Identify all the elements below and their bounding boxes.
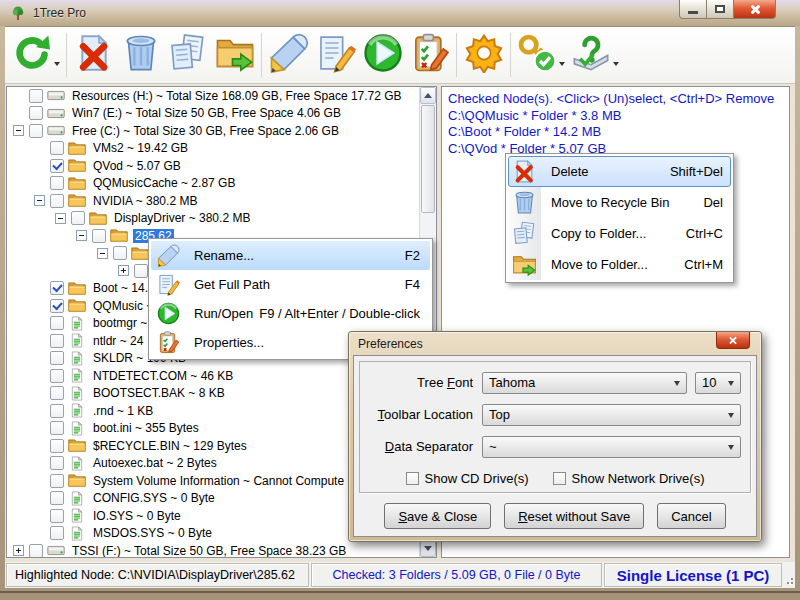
- menu-item-move-to-folder[interactable]: Move to Folder...Ctrl+M: [508, 249, 731, 280]
- checkbox[interactable]: [29, 544, 43, 557]
- checkbox[interactable]: [113, 246, 127, 260]
- checked-items: C:\QQMusic * Folder * 3.8 MBC:\Boot * Fo…: [448, 108, 783, 158]
- checkbox[interactable]: [50, 474, 64, 488]
- tree-row[interactable]: Win7 (E:) ~ Total Size 50 GB, Free Space…: [7, 105, 419, 123]
- expander-toggle[interactable]: [97, 248, 108, 259]
- checkbox[interactable]: [50, 281, 64, 295]
- refresh-button[interactable]: [9, 29, 63, 81]
- menu-item-move-to-recycle-bin[interactable]: Move to Recycle BinDel: [508, 187, 731, 218]
- menu-item-get-full-path[interactable]: Get Full PathF4: [151, 270, 430, 299]
- menu-item-delete[interactable]: DeleteShift+Del: [508, 156, 731, 187]
- checkbox[interactable]: [29, 89, 43, 103]
- checkbox[interactable]: [134, 264, 148, 278]
- expander-toggle[interactable]: [76, 230, 87, 241]
- font-size-select[interactable]: 10: [695, 372, 741, 394]
- title-bar[interactable]: 1Tree Pro: [0, 0, 800, 26]
- menu-item-copy-to-folder[interactable]: Copy to Folder...Ctrl+C: [508, 218, 731, 249]
- checkbox[interactable]: [50, 334, 64, 348]
- checkbox[interactable]: [50, 404, 64, 418]
- move-folder-button[interactable]: [211, 29, 258, 81]
- checkbox[interactable]: [29, 106, 43, 120]
- checkbox[interactable]: [50, 509, 64, 523]
- checkbox[interactable]: [50, 141, 64, 155]
- tree-item-label: IO.SYS ~ 0 Byte: [91, 509, 183, 523]
- expander-toggle[interactable]: [13, 545, 24, 556]
- tree-row[interactable]: TSSI (F:) ~ Total Size 50 GB, Free Space…: [7, 542, 419, 557]
- checked-item[interactable]: C:\QQMusic * Folder * 3.8 MB: [448, 108, 783, 125]
- scroll-down-button[interactable]: [420, 540, 436, 557]
- edit-document-icon: [157, 273, 180, 296]
- checkbox[interactable]: [29, 124, 43, 138]
- checkbox[interactable]: [50, 159, 64, 173]
- minimize-button[interactable]: [679, 0, 707, 19]
- checkbox[interactable]: [71, 211, 85, 225]
- chevron-down-icon: [674, 381, 680, 389]
- show-network-drives-checkbox[interactable]: [553, 472, 566, 485]
- menu-shortcut: Ctrl+M: [684, 257, 723, 272]
- copy-button[interactable]: [164, 29, 211, 81]
- scroll-up-button[interactable]: [420, 87, 436, 104]
- help-button[interactable]: [568, 29, 622, 81]
- tree-font-select[interactable]: Tahoma: [482, 372, 687, 394]
- dialog-title-bar[interactable]: Preferences: [353, 332, 757, 355]
- menu-item-rename[interactable]: Rename...F2: [151, 241, 430, 270]
- settings-gear-button[interactable]: [460, 29, 507, 81]
- copy-icon: [512, 221, 537, 246]
- maximize-button[interactable]: [707, 0, 734, 19]
- properties-button[interactable]: [406, 29, 453, 81]
- checkbox[interactable]: [50, 421, 64, 435]
- tree-row[interactable]: NVIDIA ~ 380.2 MB: [7, 192, 419, 210]
- checkbox[interactable]: [50, 351, 64, 365]
- checkbox[interactable]: [50, 491, 64, 505]
- folder-icon: [68, 298, 87, 314]
- expander-toggle[interactable]: [34, 195, 45, 206]
- menu-item-run-open[interactable]: Run/OpenF9 / Alt+Enter / Double-click: [151, 299, 430, 328]
- close-icon: [729, 336, 738, 344]
- checkbox[interactable]: [50, 316, 64, 330]
- file-icon: [68, 525, 87, 541]
- save-close-button[interactable]: Save & Close: [384, 503, 491, 529]
- show-cd-drives-checkbox[interactable]: [406, 472, 419, 485]
- reset-without-save-button[interactable]: Reset without Save: [504, 503, 644, 529]
- toolbar-separator: [456, 33, 457, 77]
- tree-row[interactable]: DisplayDriver ~ 380.2 MB: [7, 210, 419, 228]
- expander-toggle[interactable]: [13, 125, 24, 136]
- checkbox[interactable]: [50, 439, 64, 453]
- tree-row[interactable]: Resources (H:) ~ Total Size 168.09 GB, F…: [7, 87, 419, 105]
- close-button[interactable]: [734, 0, 776, 19]
- checkbox[interactable]: [92, 229, 106, 243]
- drive-icon: [47, 88, 66, 104]
- recycle-bin-button[interactable]: [117, 29, 164, 81]
- file-icon: [68, 333, 87, 349]
- toolbar-location-select[interactable]: Top: [482, 404, 741, 426]
- checkbox[interactable]: [50, 299, 64, 313]
- tree-row[interactable]: VMs2 ~ 19.42 GB: [7, 140, 419, 158]
- tree-item-label: VMs2 ~ 19.42 GB: [91, 141, 190, 155]
- license-key-icon: [517, 33, 557, 77]
- delete-button[interactable]: [70, 29, 117, 81]
- cancel-button[interactable]: Cancel: [657, 503, 725, 529]
- checkbox[interactable]: [50, 194, 64, 208]
- checkbox[interactable]: [50, 176, 64, 190]
- dialog-close-button[interactable]: [716, 332, 750, 349]
- show-cd-drives-label: Show CD Drive(s): [425, 471, 529, 486]
- tree-item-label: $RECYCLE.BIN ~ 129 Bytes: [91, 439, 249, 453]
- tree-row[interactable]: QVod ~ 5.07 GB: [7, 157, 419, 175]
- checked-item[interactable]: C:\Boot * Folder * 14.2 MB: [448, 124, 783, 141]
- expander-toggle[interactable]: [118, 265, 129, 276]
- run-button[interactable]: [359, 29, 406, 81]
- checkbox[interactable]: [50, 456, 64, 470]
- tree-item-label: Free (C:) ~ Total Size 30 GB, Free Space…: [70, 124, 341, 138]
- checkbox[interactable]: [50, 369, 64, 383]
- data-separator-select[interactable]: ~: [482, 436, 741, 458]
- expander-toggle[interactable]: [55, 213, 66, 224]
- checkbox[interactable]: [50, 386, 64, 400]
- scrollbar-thumb[interactable]: [421, 105, 435, 213]
- edit-document-button[interactable]: [312, 29, 359, 81]
- tree-row[interactable]: QQMusicCache ~ 2.87 GB: [7, 175, 419, 193]
- checkbox[interactable]: [50, 526, 64, 540]
- tree-row[interactable]: Free (C:) ~ Total Size 30 GB, Free Space…: [7, 122, 419, 140]
- license-key-button[interactable]: [514, 29, 568, 81]
- rename-pen-button[interactable]: [265, 29, 312, 81]
- resize-grip[interactable]: [784, 563, 794, 587]
